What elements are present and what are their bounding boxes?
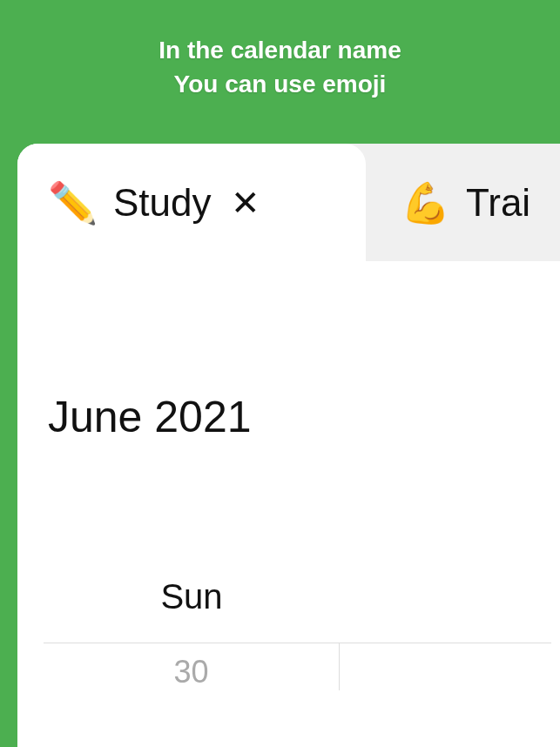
calendar-app-window: ✏️ Study ✕ 💪 Trai June 2021 Sun 30 <box>17 144 560 747</box>
tab-bar: ✏️ Study ✕ 💪 Trai <box>17 144 560 261</box>
tab-study[interactable]: ✏️ Study ✕ <box>17 144 366 261</box>
tab-label: Trai <box>466 181 530 225</box>
tab-training[interactable]: 💪 Trai <box>366 144 560 261</box>
promo-line-1: In the calendar name <box>0 33 560 67</box>
flexed-biceps-icon: 💪 <box>401 179 450 226</box>
close-icon[interactable]: ✕ <box>231 185 260 220</box>
calendar-content: June 2021 Sun 30 <box>17 261 560 747</box>
cell-date: 30 <box>44 654 339 690</box>
weekday-header-row: Sun <box>44 577 551 616</box>
weekday-label-sun: Sun <box>44 577 340 616</box>
calendar-cell[interactable]: 30 <box>44 643 340 690</box>
calendar-grid: 30 <box>44 643 551 690</box>
pencil-icon: ✏️ <box>48 179 98 226</box>
tab-label: Study <box>113 181 212 225</box>
month-title: June 2021 <box>44 261 551 442</box>
promo-line-2: You can use emoji <box>0 67 560 101</box>
promo-header: In the calendar name You can use emoji <box>0 0 560 101</box>
